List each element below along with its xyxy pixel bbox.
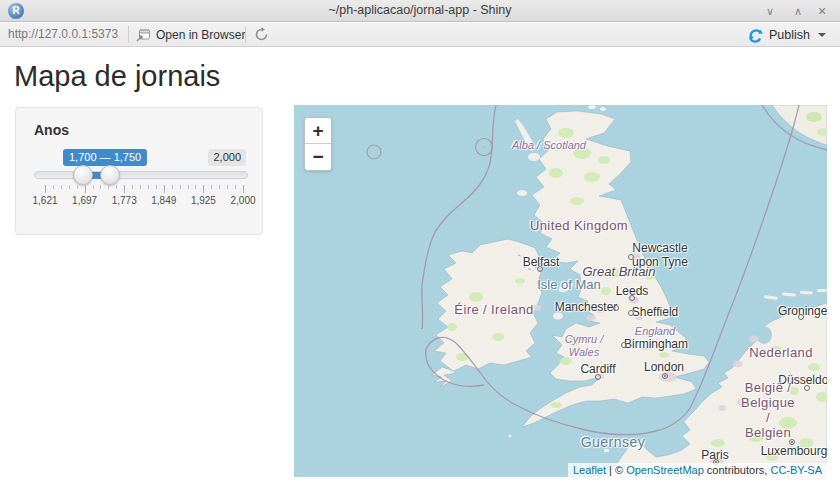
- slider-tick-minor: [69, 185, 70, 189]
- slider-tick-major: [164, 185, 165, 193]
- open-in-browser-button[interactable]: Open in Browser: [136, 26, 245, 44]
- slider-grid: 1,6211,6971,7731,8491,9252,000: [45, 185, 243, 207]
- map-attribution: Leaflet | © OpenStreetMap contributors, …: [568, 463, 827, 477]
- city-marker: [629, 295, 635, 301]
- slider-tick-major: [124, 185, 125, 193]
- slider-tick-minor: [148, 185, 149, 189]
- map-zoom-control: + −: [304, 117, 332, 171]
- slider-tick-major: [45, 185, 46, 193]
- attribution-text: | ©: [606, 464, 626, 476]
- slider-tick-minor: [93, 185, 94, 189]
- zoom-in-button[interactable]: +: [305, 118, 331, 144]
- slider-tick-minor: [235, 185, 236, 189]
- capital-dot: [791, 441, 794, 444]
- slider-tick-minor: [180, 185, 181, 189]
- window-title: ~/ph-aplicacao/jornal-app - Shiny: [0, 0, 840, 22]
- page-title: Mapa de jornais: [14, 60, 220, 93]
- refresh-button[interactable]: [254, 27, 270, 43]
- city-marker: [628, 254, 634, 260]
- slider-tick-label: 1,773: [112, 195, 137, 206]
- slider-tick-minor: [156, 185, 157, 189]
- city-marker: [628, 310, 634, 316]
- sidebar-panel: Anos 1,700 — 1,750 2,000 1,6211,6971,773…: [15, 107, 263, 235]
- slider-tick-minor: [140, 185, 141, 189]
- city-marker: [537, 266, 543, 272]
- slider-tick-minor: [227, 185, 228, 189]
- slider-tick-label: 1,849: [151, 195, 176, 206]
- slider-tick-minor: [219, 185, 220, 189]
- publish-label: Publish: [769, 28, 810, 42]
- slider-handle-to[interactable]: [100, 165, 120, 185]
- open-in-browser-label: Open in Browser: [156, 28, 245, 42]
- publish-icon: [748, 27, 764, 43]
- slider-tick-minor: [100, 185, 101, 189]
- minimize-icon[interactable]: ∨: [762, 3, 778, 19]
- publish-button[interactable]: Publish: [748, 26, 826, 44]
- maximize-icon[interactable]: ∧: [790, 3, 806, 19]
- slider-range-value: 1,700 — 1,750: [63, 149, 147, 166]
- osm-link[interactable]: OpenStreetMap: [626, 464, 704, 476]
- slider-tick-minor: [172, 185, 173, 189]
- slider-tick-minor: [53, 185, 54, 189]
- refresh-icon: [254, 27, 269, 42]
- app-url: http://127.0.0.1:5373: [8, 27, 118, 41]
- slider-tick-major: [203, 185, 204, 193]
- slider-track[interactable]: [34, 171, 248, 179]
- publish-dropdown-caret: [818, 33, 826, 37]
- slider-tick-major: [243, 185, 244, 193]
- slider-tick-minor: [77, 185, 78, 189]
- slider-tick-label: 2,000: [230, 195, 255, 206]
- license-link[interactable]: CC-BY-SA: [770, 464, 822, 476]
- zoom-out-button[interactable]: −: [305, 144, 331, 170]
- capital-marker: [662, 373, 668, 379]
- map-canvas: [294, 105, 827, 477]
- slider-label: Anos: [34, 122, 69, 138]
- viewer-toolbar: http://127.0.0.1:5373 Open in Browser: [0, 23, 840, 47]
- slider-tick-minor: [188, 185, 189, 189]
- city-marker: [621, 342, 627, 348]
- slider-tick-minor: [116, 185, 117, 189]
- slider-handle-from[interactable]: [73, 165, 93, 185]
- city-marker: [798, 314, 804, 320]
- attribution-text: contributors,: [704, 464, 771, 476]
- open-in-browser-icon: [136, 29, 151, 42]
- slider-max-value: 2,000: [208, 149, 246, 166]
- toolbar-separator: [245, 26, 246, 43]
- slider-tick-major: [85, 185, 86, 193]
- window-titlebar: R ~/ph-aplicacao/jornal-app - Shiny ∨ ∧ …: [0, 0, 840, 22]
- city-marker: [804, 385, 810, 391]
- slider-tick-label: 1,697: [72, 195, 97, 206]
- leaflet-map[interactable]: Alba / ScotlandUnited KingdomNewcastle u…: [294, 105, 827, 477]
- slider-tick-minor: [61, 185, 62, 189]
- city-marker: [595, 374, 601, 380]
- close-icon[interactable]: ✕: [814, 3, 830, 19]
- city-marker: [613, 305, 619, 311]
- rstudio-shiny-window: R ~/ph-aplicacao/jornal-app - Shiny ∨ ∧ …: [0, 0, 840, 495]
- slider-tick-label: 1,925: [191, 195, 216, 206]
- slider-tick-minor: [108, 185, 109, 189]
- capital-marker: [789, 439, 795, 445]
- leaflet-link[interactable]: Leaflet: [573, 464, 606, 476]
- capital-dot: [664, 375, 667, 378]
- slider-tick-minor: [132, 185, 133, 189]
- slider-tick-label: 1,621: [32, 195, 57, 206]
- slider-tick-minor: [195, 185, 196, 189]
- slider-tick-minor: [211, 185, 212, 189]
- toolbar-separator: [128, 26, 129, 43]
